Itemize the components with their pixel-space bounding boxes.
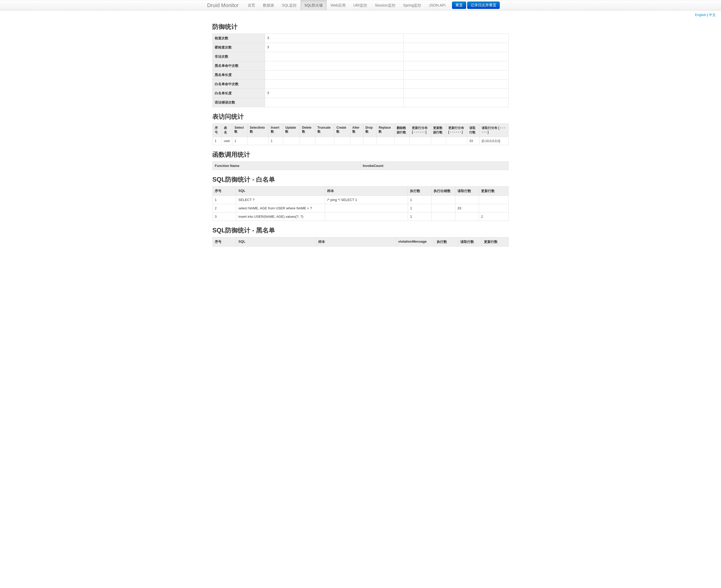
whitelist-cell xyxy=(325,212,408,221)
blacklist-header-cell: 序号 xyxy=(213,237,236,247)
whitelist-header-cell: 样本 xyxy=(325,187,408,196)
whitelist-cell: 1 xyxy=(408,204,432,212)
whitelist-header-cell: 更新行数 xyxy=(479,187,509,196)
whitelist-cell: 1 xyxy=(213,196,236,204)
blacklist-header-cell: 样本 xyxy=(316,237,396,247)
table-access-cell: user xyxy=(222,137,232,145)
table-row: 语法错误次数 xyxy=(213,98,509,107)
defense-row-value xyxy=(265,70,404,80)
nav-item-2[interactable]: SQL监控 xyxy=(278,0,301,10)
whitelist-cell: 3 xyxy=(213,212,236,221)
defense-row-extra xyxy=(404,70,509,80)
table-access-cell xyxy=(334,137,350,145)
whitelist-header-cell: 执行数 xyxy=(408,187,432,196)
table-access-header-cell: Insert数 xyxy=(268,124,283,137)
whitelist-cell: insert into USER(NAME, AGE) values(?, ?) xyxy=(236,212,325,221)
defense-row-label: 白名单长度 xyxy=(213,89,265,98)
table-access-header-cell: 更新行分布 [ - - - - - - ] xyxy=(446,124,467,137)
defense-row-label: 黑名单命中次数 xyxy=(213,61,265,70)
defense-row-extra xyxy=(404,34,509,43)
whitelist-cell: 1 xyxy=(408,196,432,204)
defense-row-label: 白名单命中次数 xyxy=(213,80,265,89)
whitelist-cell: select NAME, AGE from USER where NAME = … xyxy=(236,204,325,212)
log-reset-button[interactable]: 记录日志并重置 xyxy=(467,2,500,9)
table-access-cell xyxy=(300,137,315,145)
nav-menu: 首页数据源SQL监控SQL防火墙Web应用URI监控Session监控Sprin… xyxy=(244,0,449,10)
blacklist-table: 序号SQL样本violationMessage执行数读取行数更新行数 xyxy=(212,237,509,247)
whitelist-cell: 2 xyxy=(479,212,509,221)
whitelist-cell xyxy=(432,196,455,204)
table-access-header-cell: Replace数 xyxy=(376,124,395,137)
table-row: 硬检查次数3 xyxy=(213,43,509,52)
table-access-header-cell: 读取行数 xyxy=(467,124,479,137)
blacklist-header-cell: 执行数 xyxy=(434,237,458,247)
whitelist-cell xyxy=(325,204,408,212)
table-access-header-cell: Drop数 xyxy=(363,124,376,137)
whitelist-cell: 2 xyxy=(213,204,236,212)
defense-row-extra xyxy=(404,52,509,61)
table-access-cell: 33 xyxy=(467,137,479,145)
nav-item-3[interactable]: SQL防火墙 xyxy=(301,0,327,10)
defense-row-extra xyxy=(404,80,509,89)
function-call-title: 函数调用统计 xyxy=(212,150,509,159)
blacklist-header-cell: SQL xyxy=(236,237,316,247)
whitelist-cell xyxy=(455,212,479,221)
table-access-header-cell: 表名 xyxy=(222,124,232,137)
defense-row-label: 硬检查次数 xyxy=(213,43,265,52)
table-access-cell xyxy=(363,137,376,145)
defense-row-label: 非法次数 xyxy=(213,52,265,61)
table-access-header-cell: 读取行分布 [ - - - - - - ] xyxy=(479,124,509,137)
table-row: 黑名单长度 xyxy=(213,70,509,80)
table-row: 黑名单命中次数 xyxy=(213,61,509,70)
defense-stats-table: 检查次数3硬检查次数3非法次数黑名单命中次数黑名单长度白名单命中次数白名单长度3… xyxy=(212,34,509,107)
table-access-cell: 1 xyxy=(268,137,283,145)
defense-row-extra xyxy=(404,89,509,98)
nav-item-7[interactable]: Spring监控 xyxy=(399,0,425,10)
table-access-header-cell: SelectInto数 xyxy=(247,124,268,137)
function-call-table: Function NameInvokeCount xyxy=(212,162,509,170)
defense-row-label: 检查次数 xyxy=(213,34,265,43)
lang-english-link[interactable]: English xyxy=(695,13,706,17)
function-call-header-cell: Function Name xyxy=(213,162,361,170)
whitelist-cell: 33 xyxy=(455,204,479,212)
table-access-cell xyxy=(376,137,395,145)
defense-row-value: 3 xyxy=(265,34,404,43)
blacklist-title: SQL防御统计 - 黑名单 xyxy=(212,226,509,234)
defense-row-value xyxy=(265,80,404,89)
defense-row-extra xyxy=(404,98,509,107)
table-access-cell: 1 xyxy=(213,137,222,145)
table-access-cell xyxy=(247,137,268,145)
nav-item-1[interactable]: 数据源 xyxy=(259,0,278,10)
nav-item-0[interactable]: 首页 xyxy=(244,0,259,10)
blacklist-header-cell: 更新行数 xyxy=(482,237,509,247)
table-row: 检查次数3 xyxy=(213,34,509,43)
lang-chinese-link[interactable]: 中文 xyxy=(709,13,716,17)
table-row: 2select NAME, AGE from USER where NAME =… xyxy=(213,204,509,212)
defense-row-extra xyxy=(404,61,509,70)
table-access-header-cell: Update数 xyxy=(283,124,300,137)
whitelist-header-cell: 读取行数 xyxy=(455,187,479,196)
whitelist-cell: /* ping */ SELECT 1 xyxy=(325,196,408,204)
table-access-header-cell: Select数 xyxy=(232,124,247,137)
whitelist-header-cell: 执行出错数 xyxy=(432,187,455,196)
whitelist-header-cell: SQL xyxy=(236,187,325,196)
blacklist-header-cell: violationMessage xyxy=(396,237,434,247)
whitelist-cell xyxy=(432,204,455,212)
reset-button[interactable]: 重置 xyxy=(452,2,466,9)
defense-row-value xyxy=(265,61,404,70)
whitelist-cell xyxy=(432,212,455,221)
table-access-header-cell: Delete数 xyxy=(300,124,315,137)
nav-item-5[interactable]: URI监控 xyxy=(349,0,371,10)
nav-item-8[interactable]: JSON API xyxy=(425,0,449,10)
defense-row-value xyxy=(265,52,404,61)
brand[interactable]: Druid Monitor xyxy=(207,2,244,8)
whitelist-cell: SELECT ? xyxy=(236,196,325,204)
table-access-header-cell: 删除数据行数 xyxy=(395,124,410,137)
nav-item-6[interactable]: Session监控 xyxy=(371,0,399,10)
blacklist-header-cell: 读取行数 xyxy=(458,237,482,247)
whitelist-header-cell: 序号 xyxy=(213,187,236,196)
table-row: 白名单命中次数 xyxy=(213,80,509,89)
navbar: Druid Monitor 首页数据源SQL监控SQL防火墙Web应用URI监控… xyxy=(0,0,721,10)
nav-item-4[interactable]: Web应用 xyxy=(327,0,349,10)
defense-row-value: 3 xyxy=(265,43,404,52)
